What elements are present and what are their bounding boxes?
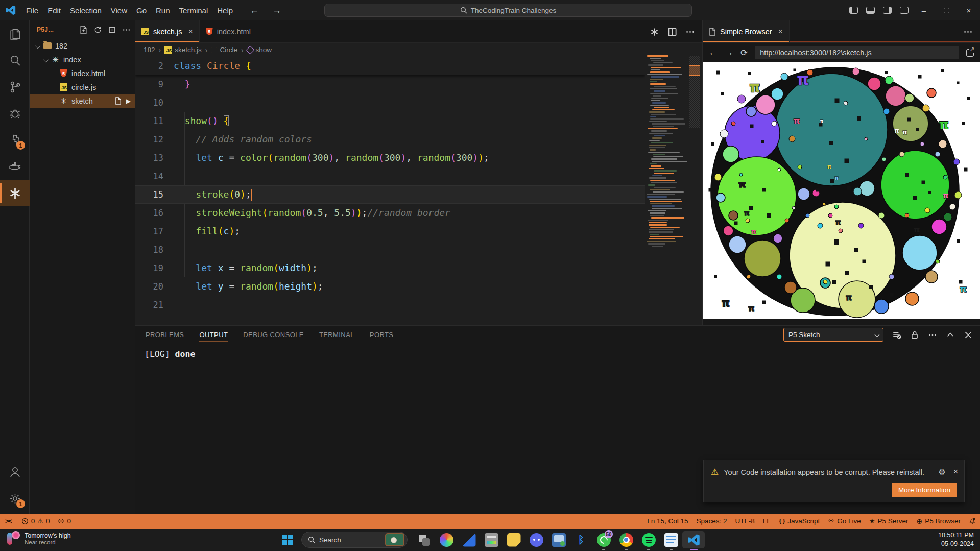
tab-index.html[interactable]: 5index.html bbox=[200, 20, 257, 42]
breadcrumb-Circle[interactable]: Circle bbox=[211, 46, 237, 54]
browser-more-actions-icon[interactable] bbox=[963, 27, 973, 37]
activity-extensions[interactable]: 1 bbox=[0, 127, 30, 153]
split-editor-icon[interactable] bbox=[667, 27, 677, 37]
status-cursor-position[interactable]: Ln 15, Col 15 bbox=[643, 517, 692, 525]
taskbar-search[interactable]: Search bbox=[301, 532, 408, 548]
menu-run[interactable]: Run bbox=[151, 4, 175, 17]
panel-tab-ports[interactable]: PORTS bbox=[370, 331, 394, 339]
open-external-icon[interactable] bbox=[966, 49, 974, 57]
weather-widget[interactable]: Tomorrow's high Near record bbox=[4, 531, 71, 547]
activity-docker[interactable] bbox=[0, 153, 30, 180]
code-line-21[interactable]: 21 bbox=[135, 296, 645, 314]
clear-output-icon[interactable] bbox=[892, 330, 901, 340]
taskbar-clock[interactable]: 10:50:11 PM 05-09-2024 bbox=[938, 531, 974, 548]
status-encoding[interactable]: UTF-8 bbox=[731, 517, 759, 525]
problems-indicator[interactable]: 0 ⚠ 0 bbox=[17, 517, 54, 525]
tree-item-index[interactable]: ✳index bbox=[30, 53, 135, 66]
code-line-17[interactable]: 17 fill(c); bbox=[135, 222, 645, 241]
browser-forward-icon[interactable]: → bbox=[725, 47, 733, 58]
tab-sketch.js[interactable]: JSsketch.js× bbox=[135, 20, 200, 42]
menu-selection[interactable]: Selection bbox=[65, 4, 106, 17]
taskbar-task-view-icon[interactable] bbox=[413, 531, 435, 548]
remote-indicator[interactable]: >< bbox=[0, 517, 17, 525]
status-language-mode[interactable]: { }JavaScript bbox=[775, 517, 824, 525]
p5-run-icon[interactable] bbox=[650, 27, 659, 37]
activity-settings[interactable]: 1 bbox=[0, 485, 30, 512]
maximize-panel-icon[interactable] bbox=[946, 330, 955, 340]
activity-search[interactable] bbox=[0, 47, 30, 74]
editor-more-actions-icon[interactable] bbox=[685, 27, 695, 37]
close-panel-icon[interactable] bbox=[964, 330, 973, 340]
tree-item-circle.js[interactable]: JScircle.js bbox=[30, 80, 135, 94]
browser-reload-icon[interactable]: ⟳ bbox=[740, 47, 748, 58]
taskbar-printer-icon[interactable] bbox=[480, 531, 503, 548]
notifications-bell-icon[interactable] bbox=[965, 517, 980, 524]
activity-p5[interactable] bbox=[0, 180, 30, 206]
taskbar-chrome-icon[interactable] bbox=[615, 531, 637, 548]
close-button[interactable]: × bbox=[958, 0, 980, 20]
tree-item-182[interactable]: 182 bbox=[30, 39, 135, 53]
toggle-secondary-sidebar-icon[interactable] bbox=[883, 7, 892, 14]
browser-back-icon[interactable]: ← bbox=[709, 47, 718, 58]
notification-close-icon[interactable]: × bbox=[953, 467, 958, 477]
menu-edit[interactable]: Edit bbox=[43, 4, 65, 17]
code-line-19[interactable]: 19 let x = random(width); bbox=[135, 259, 645, 277]
taskbar-notepad-icon[interactable] bbox=[660, 531, 682, 548]
history-back-icon[interactable]: ← bbox=[250, 5, 259, 16]
status-go-live[interactable]: Go Live bbox=[824, 517, 865, 525]
taskbar-discord-icon[interactable] bbox=[525, 531, 547, 548]
tree-item-index.html[interactable]: 5index.html bbox=[30, 66, 135, 80]
restore-button[interactable] bbox=[935, 0, 958, 20]
menu-help[interactable]: Help bbox=[212, 4, 237, 17]
refresh-icon[interactable] bbox=[93, 26, 102, 34]
taskbar-whatsapp-icon[interactable]: 50 bbox=[592, 531, 615, 548]
code-line-12[interactable]: 12 // Adds random colors bbox=[135, 130, 645, 149]
run-sketch-icon[interactable]: ▶ bbox=[126, 98, 131, 105]
status-eol[interactable]: LF bbox=[759, 517, 775, 525]
status-p5-browser[interactable]: ⊕P5 Browser bbox=[912, 517, 965, 525]
panel-tab-output[interactable]: OUTPUT bbox=[199, 331, 228, 342]
new-file-icon[interactable] bbox=[79, 26, 88, 34]
breadcrumb-show[interactable]: show bbox=[247, 46, 272, 54]
export-file-icon[interactable] bbox=[114, 97, 122, 105]
close-tab-icon[interactable]: × bbox=[778, 27, 783, 36]
code-line-18[interactable]: 18 bbox=[135, 241, 645, 259]
code-line-13[interactable]: 13 let c = color(random(300), random(300… bbox=[135, 149, 645, 167]
code-line-11[interactable]: 11 show() { bbox=[135, 112, 645, 130]
menu-go[interactable]: Go bbox=[132, 4, 151, 17]
lock-icon[interactable] bbox=[910, 330, 919, 340]
toggle-sidebar-icon[interactable] bbox=[849, 7, 858, 14]
tree-item-sketch[interactable]: ✳sketch▶ bbox=[30, 94, 135, 108]
status-p5-server[interactable]: ★P5 Server bbox=[865, 517, 913, 525]
menu-view[interactable]: View bbox=[106, 4, 132, 17]
p5-sketch-canvas[interactable]: πππππππππππππππππππ bbox=[703, 62, 980, 319]
toggle-panel-icon[interactable] bbox=[866, 7, 875, 14]
more-information-button[interactable]: More Information bbox=[892, 483, 957, 497]
tab-simple-browser[interactable]: Simple Browser × bbox=[703, 20, 790, 42]
history-forward-icon[interactable]: → bbox=[272, 5, 281, 16]
start-button[interactable] bbox=[279, 531, 296, 548]
sticky-code-line[interactable]: 2class Circle { bbox=[135, 57, 645, 75]
code-line-15[interactable]: 15 stroke(0); bbox=[135, 185, 645, 204]
taskbar-copilot-icon[interactable] bbox=[435, 531, 458, 548]
output-channel-select[interactable]: P5 Sketch bbox=[783, 328, 883, 342]
taskbar-spotify-icon[interactable] bbox=[637, 531, 660, 548]
minimap[interactable] bbox=[645, 43, 702, 325]
more-actions-icon[interactable] bbox=[122, 26, 131, 34]
notification-settings-icon[interactable]: ⚙ bbox=[938, 467, 945, 477]
panel-more-actions-icon[interactable] bbox=[928, 330, 937, 340]
code-line-10[interactable]: 10 bbox=[135, 93, 645, 112]
menu-terminal[interactable]: Terminal bbox=[175, 4, 213, 17]
minimap-slider[interactable] bbox=[689, 65, 700, 76]
panel-tab-problems[interactable]: PROBLEMS bbox=[146, 331, 184, 339]
breadcrumb[interactable]: 182›JSsketch.js›Circle›show bbox=[135, 43, 702, 57]
taskbar-bluetooth-icon[interactable]: ᛒ bbox=[570, 531, 592, 548]
customize-layout-icon[interactable] bbox=[900, 7, 909, 14]
minimize-button[interactable]: – bbox=[913, 0, 935, 20]
taskbar-remote-desktop-icon[interactable] bbox=[547, 531, 570, 548]
breadcrumb-182[interactable]: 182 bbox=[144, 46, 155, 54]
breadcrumb-sketch.js[interactable]: JSsketch.js bbox=[164, 46, 202, 54]
code-line-9[interactable]: 9 } bbox=[135, 75, 645, 93]
activity-explorer[interactable] bbox=[0, 20, 30, 47]
code-line-20[interactable]: 20 let y = random(height); bbox=[135, 277, 645, 296]
